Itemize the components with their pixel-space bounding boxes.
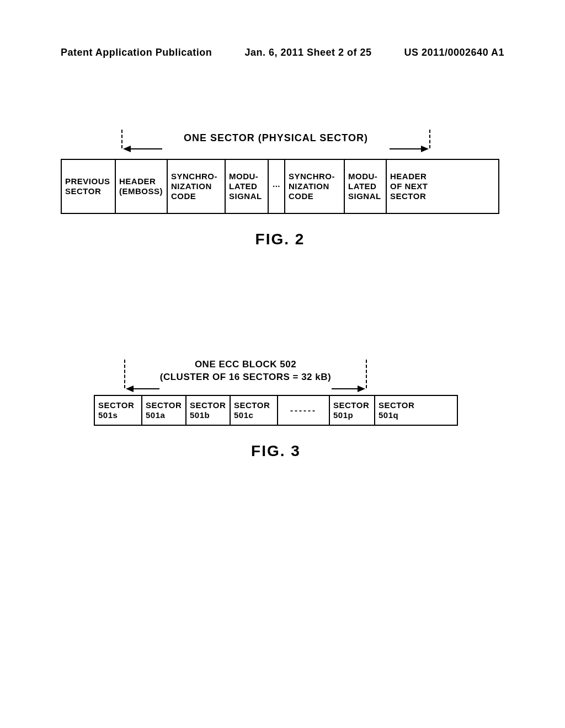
ecc-span-arrows [124, 384, 367, 392]
ecc-block-span: ONE ECC BLOCK 502 (CLUSTER OF 16 SECTORS… [124, 358, 367, 392]
cell-sector-501s: SECTOR 501s [95, 396, 142, 425]
ecc-line2: (CLUSTER OF 16 SECTORS = 32 kB) [124, 371, 367, 384]
cell-sector-ellipsis: ------ [278, 396, 329, 425]
ecc-line1: ONE ECC BLOCK 502 [124, 358, 367, 371]
arrow-line-right [390, 148, 423, 149]
cell-modulated-signal-1: MODU-LATED SIGNAL [226, 160, 269, 213]
cell-sector-501p: SECTOR 501p [329, 396, 375, 425]
fig3-sector-row: SECTOR 501s SECTOR 501a SECTOR 501b SECT… [94, 395, 458, 426]
cell-sector-501c: SECTOR 501c [231, 396, 278, 425]
arrow-line-left [129, 148, 162, 149]
sector-span: ONE SECTOR (PHYSICAL SECTOR) [121, 132, 430, 154]
cell-previous-sector: PREVIOUS SECTOR [62, 160, 116, 213]
ecc-arrow-line-right [332, 388, 359, 389]
figure-3: ONE ECC BLOCK 502 (CLUSTER OF 16 SECTORS… [94, 358, 458, 460]
figure-2: ONE SECTOR (PHYSICAL SECTOR) PREVIOUS SE… [61, 132, 499, 248]
fig2-caption: FIG. 2 [61, 231, 499, 248]
ecc-block-labels: ONE ECC BLOCK 502 (CLUSTER OF 16 SECTORS… [124, 358, 367, 384]
span-tick-right [429, 130, 430, 148]
cell-sync-code-2: SYNCHRO-NIZATION CODE [285, 160, 345, 213]
ecc-tick-right [366, 360, 367, 388]
cell-header-next-sector: HEADER OF NEXT SECTOR [387, 160, 434, 213]
ecc-arrow-line-left [132, 388, 159, 389]
pub-label: Patent Application Publication [61, 47, 212, 58]
span-tick-left [121, 130, 122, 148]
page-header: Patent Application Publication Jan. 6, 2… [61, 47, 504, 58]
sheet-label: Jan. 6, 2011 Sheet 2 of 25 [244, 47, 371, 58]
ellipsis-text: ------ [290, 405, 317, 415]
cell-sector-501q: SECTOR 501q [375, 396, 420, 425]
sector-span-arrows [121, 144, 430, 152]
arrow-right-icon [421, 146, 429, 152]
pub-number: US 2011/0002640 A1 [404, 47, 504, 58]
ecc-arrow-right-icon [358, 386, 365, 392]
ecc-tick-left [124, 360, 125, 388]
cell-sector-501b: SECTOR 501b [186, 396, 231, 425]
cell-sync-code-1: SYNCHRO-NIZATION CODE [168, 160, 226, 213]
fig2-sector-row: PREVIOUS SECTOR HEADER (EMBOSS) SYNCHRO-… [61, 159, 499, 214]
sector-span-label: ONE SECTOR (PHYSICAL SECTOR) [121, 132, 430, 144]
fig3-caption: FIG. 3 [94, 442, 458, 460]
cell-sector-501a: SECTOR 501a [142, 396, 186, 425]
cell-ellipsis: ··· [269, 160, 285, 213]
cell-header-emboss: HEADER (EMBOSS) [116, 160, 168, 213]
cell-modulated-signal-2: MODU-LATED SIGNAL [345, 160, 387, 213]
